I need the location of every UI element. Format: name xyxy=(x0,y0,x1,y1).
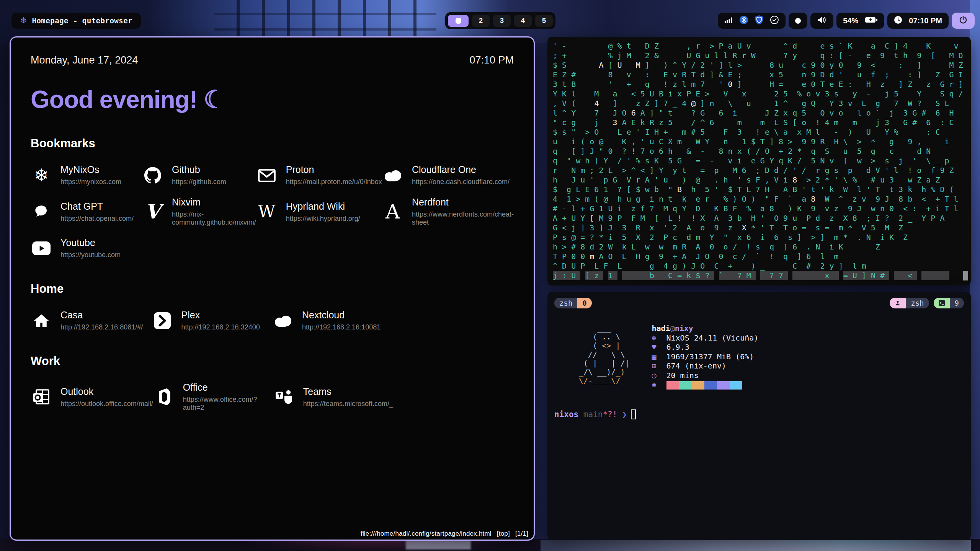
kernel-icon: ♥ xyxy=(652,342,666,352)
tmux-session-pill: zsh 0 xyxy=(554,298,592,308)
bookmark-url: https://outlook.office.com/mail/ xyxy=(60,400,153,408)
section-grid: ❄MyNixOshttps://mynixos.comGithubhttps:/… xyxy=(31,164,514,259)
bookmark-text: Nextcloudhttp://192.168.2.16:10081 xyxy=(302,310,381,331)
bookmark-name[interactable]: MyNixOs xyxy=(60,164,121,175)
bookmark-url: https://youtube.com xyxy=(60,251,121,259)
v-serif-icon: V xyxy=(142,201,163,222)
chat-icon xyxy=(31,201,52,222)
bookmark-item[interactable]: Cloudflare Onehttps://one.dash.cloudflar… xyxy=(382,164,514,186)
terminal-scrollbar-thumb[interactable] xyxy=(963,271,968,280)
bookmark-name[interactable]: Cloudflare One xyxy=(412,164,510,175)
volume-pill[interactable] xyxy=(810,13,833,29)
bookmark-item[interactable]: Teamshttps://teams.microsoft.com/_ xyxy=(273,382,394,412)
tray-icons-pill[interactable] xyxy=(718,13,786,29)
recording-indicator-pill[interactable] xyxy=(789,13,807,29)
bookmark-item[interactable]: Githubhttps://github.com xyxy=(142,164,256,186)
bookmark-name[interactable]: Youtube xyxy=(60,237,121,248)
fastfetch-output: ___ ( .. \ ( <> | // \ \ ( | | /| _/\ __… xyxy=(574,324,971,390)
bookmark-name[interactable]: Github xyxy=(172,164,226,175)
power-icon xyxy=(959,15,968,26)
os-icon: ❄ xyxy=(652,333,666,343)
workspace-4[interactable]: 4 xyxy=(514,15,532,27)
fetch-os-line: ❄NixOS 24.11 (Vicuña) xyxy=(652,333,759,343)
shell-prompt-line[interactable]: nixos main*?! ❯ xyxy=(554,409,971,419)
section-grid: Casahttp://192.168.2.16:8081/#/Plexhttp:… xyxy=(31,310,514,331)
bookmark-item[interactable]: Youtubehttps://youtube.com xyxy=(31,237,142,259)
workspace-5[interactable]: 5 xyxy=(535,15,553,27)
bookmark-url: https://mail.proton.me/u/0/inbox xyxy=(286,178,382,186)
bookmark-text: MyNixOshttps://mynixos.com xyxy=(60,164,121,186)
bookmark-item[interactable]: VNixvimhttps://nix-community.github.io/n… xyxy=(142,197,256,227)
tmux-pill-label: zsh xyxy=(906,298,929,308)
workspace-3[interactable]: 3 xyxy=(493,15,511,27)
section-title: Work xyxy=(31,354,514,368)
bookmark-text: Outlookhttps://outlook.office.com/mail/ xyxy=(60,386,153,408)
bookmark-item[interactable]: Outlookhttps://outlook.office.com/mail/ xyxy=(31,382,153,412)
bookmark-url: https://one.dash.cloudflare.com/ xyxy=(412,178,510,186)
bookmark-item[interactable]: WHyprland Wikihttps://wiki.hyprland.org/ xyxy=(256,197,382,227)
bookmark-name[interactable]: Plex xyxy=(181,310,260,321)
clock-pill[interactable]: 07:10 PM xyxy=(887,13,949,29)
bookmark-text: Githubhttps://github.com xyxy=(172,164,226,186)
cloud-icon xyxy=(272,310,294,331)
bookmark-text: Hyprland Wikihttps://wiki.hyprland.org/ xyxy=(286,201,360,223)
bookmark-name[interactable]: Office xyxy=(183,382,273,393)
clock-time: 07:10 PM xyxy=(909,17,942,24)
bookmark-text: Protonhttps://mail.proton.me/u/0/inbox xyxy=(286,164,382,186)
fetch-kernel-line: ♥6.9.3 xyxy=(652,342,759,352)
bookmark-name[interactable]: Nixvim xyxy=(172,197,256,208)
greeting: Good evening! ☾ xyxy=(31,85,514,114)
bookmark-name[interactable]: Hyprland Wiki xyxy=(286,201,360,212)
network-signal-icon[interactable] xyxy=(724,16,733,25)
youtube-icon xyxy=(31,238,52,259)
bookmark-text: Nerdfonthttps://www.nerdfonts.com/cheat-… xyxy=(412,197,514,227)
bookmark-name[interactable]: Teams xyxy=(303,386,393,397)
bookmark-name[interactable]: Outlook xyxy=(60,386,153,397)
zsh-terminal-window[interactable]: zsh 0 zsh9 ___ ( .. \ ( <> | // \ \ ( | … xyxy=(547,292,971,540)
bookmark-name[interactable]: Proton xyxy=(286,164,382,175)
header-date: Monday, June 17, 2024 xyxy=(31,54,138,66)
moon-icon: ☾ xyxy=(204,86,225,113)
tmux-pill-label: 9 xyxy=(950,298,964,308)
bookmark-name[interactable]: Chat GPT xyxy=(60,201,134,212)
vpn-shield-icon[interactable] xyxy=(755,15,763,26)
speaker-icon xyxy=(817,16,827,26)
system-tray: 54% 07:10 PM xyxy=(718,13,975,29)
prompt-arrow: ❯ xyxy=(617,410,627,419)
fetch-packages-line: ⊞674 (nix-env) xyxy=(652,361,759,371)
power-button[interactable] xyxy=(952,13,975,29)
section-title: Home xyxy=(31,282,514,296)
bluetooth-icon[interactable] xyxy=(739,15,748,26)
statusbar-url: file:///home/hadi/.config/startpage/inde… xyxy=(361,530,492,537)
bookmark-name[interactable]: Nextcloud xyxy=(302,310,381,321)
check-circle-icon[interactable] xyxy=(770,15,779,26)
w-serif-icon: W xyxy=(256,201,278,222)
bookmark-item[interactable]: Protonhttps://mail.proton.me/u/0/inbox xyxy=(256,164,382,186)
matrix-terminal-window[interactable]: ' - @ % t D Z , r > P a U v ^ d e s ` K … xyxy=(547,37,971,285)
bookmark-item[interactable]: Nextcloudhttp://192.168.2.16:10081 xyxy=(272,310,393,331)
house-icon xyxy=(31,310,52,331)
section-title: Bookmarks xyxy=(31,137,514,150)
workspace-1-active[interactable] xyxy=(448,15,469,27)
nixos-logo-icon: ❄ xyxy=(20,16,27,26)
bookmark-url: http://192.168.2.16:8081/#/ xyxy=(60,323,143,331)
prompt-directory: nixos xyxy=(554,410,578,419)
teams-icon xyxy=(273,386,295,408)
workspace-2[interactable]: 2 xyxy=(472,15,490,27)
fetch-kernel-value: 6.9.3 xyxy=(666,342,689,352)
bookmark-item[interactable]: Plexhttp://192.168.2.16:32400 xyxy=(152,310,273,331)
qutebrowser-window[interactable]: Monday, June 17, 2024 07:10 PM Good even… xyxy=(10,36,535,541)
bookmark-url: https://github.com xyxy=(172,178,226,186)
bookmark-name[interactable]: Nerdfont xyxy=(412,197,514,208)
section-grid: Outlookhttps://outlook.office.com/mail/O… xyxy=(31,382,514,412)
bookmark-item[interactable]: Chat GPThttps://chat.openai.com/ xyxy=(31,197,142,227)
battery-pill[interactable]: 54% xyxy=(836,13,884,29)
bookmark-item[interactable]: Officehttps://www.office.com/?auth=2 xyxy=(153,382,273,412)
bookmark-item[interactable]: Casahttp://192.168.2.16:8081/#/ xyxy=(31,310,152,331)
startpage-sections: Bookmarks❄MyNixOshttps://mynixos.comGith… xyxy=(31,137,514,412)
bookmark-name[interactable]: Casa xyxy=(60,310,143,321)
tmux-session-name: zsh xyxy=(554,298,577,308)
bookmark-item[interactable]: ANerdfonthttps://www.nerdfonts.com/cheat… xyxy=(382,197,514,227)
bookmark-item[interactable]: ❄MyNixOshttps://mynixos.com xyxy=(31,164,142,186)
fetch-packages-value: 674 (nix-env) xyxy=(666,361,727,370)
